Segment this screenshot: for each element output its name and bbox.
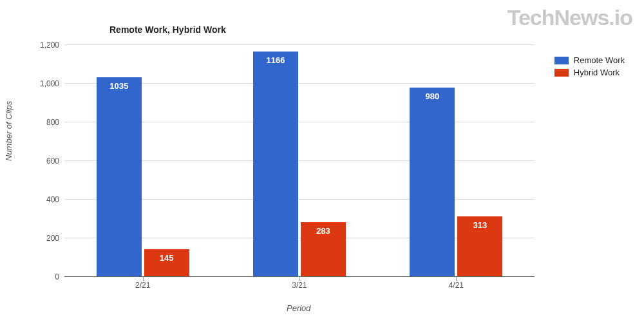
bar-label: 313 — [457, 220, 502, 230]
legend-label-hybrid: Hybrid Work — [574, 68, 620, 77]
x-axis-line — [64, 276, 535, 277]
legend-item-remote: Remote Work — [554, 55, 625, 65]
legend-swatch-remote — [554, 57, 569, 64]
y-tick: 200 — [27, 234, 64, 243]
x-tick: 4/21 — [417, 277, 495, 290]
bar-label: 283 — [301, 226, 346, 236]
y-axis-label: Number of Clips — [4, 101, 14, 161]
bar-label: 145 — [144, 253, 189, 263]
bar-group-0: 1035 145 2/21 — [64, 45, 221, 277]
y-tick: 800 — [27, 118, 64, 127]
bar-remote-0: 1035 — [97, 77, 142, 278]
x-axis-label: Period — [287, 303, 311, 313]
bar-label: 1035 — [97, 81, 142, 91]
y-tick: 1,200 — [27, 41, 64, 50]
y-tick: 400 — [27, 195, 64, 204]
plot-area: 0 200 400 600 800 1,000 1,200 1035 145 2… — [64, 45, 535, 277]
bar-hybrid-2: 313 — [457, 216, 502, 277]
bar-hybrid-1: 283 — [301, 222, 346, 277]
legend-label-remote: Remote Work — [574, 55, 625, 65]
bar-remote-2: 980 — [410, 88, 455, 277]
chart-title: Remote Work, Hybrid Work — [109, 24, 226, 35]
y-tick: 0 — [27, 272, 64, 281]
watermark-logo: TechNews.io — [507, 5, 632, 30]
bar-label: 980 — [410, 91, 455, 101]
x-tick: 3/21 — [261, 277, 338, 290]
bar-hybrid-0: 145 — [144, 249, 189, 278]
y-tick: 600 — [27, 156, 64, 166]
bar-group-1: 1166 283 3/21 — [221, 45, 377, 277]
bar-label: 1166 — [253, 55, 298, 65]
legend: Remote Work Hybrid Work — [554, 55, 625, 80]
y-tick: 1,000 — [27, 79, 64, 88]
x-tick: 2/21 — [104, 277, 182, 290]
legend-item-hybrid: Hybrid Work — [554, 68, 625, 77]
bars-layer: 1035 145 2/21 1166 283 3/21 980 313 — [64, 45, 535, 277]
legend-swatch-hybrid — [554, 69, 569, 77]
bar-group-2: 980 313 4/21 — [378, 45, 535, 277]
bar-remote-1: 1166 — [253, 52, 298, 277]
